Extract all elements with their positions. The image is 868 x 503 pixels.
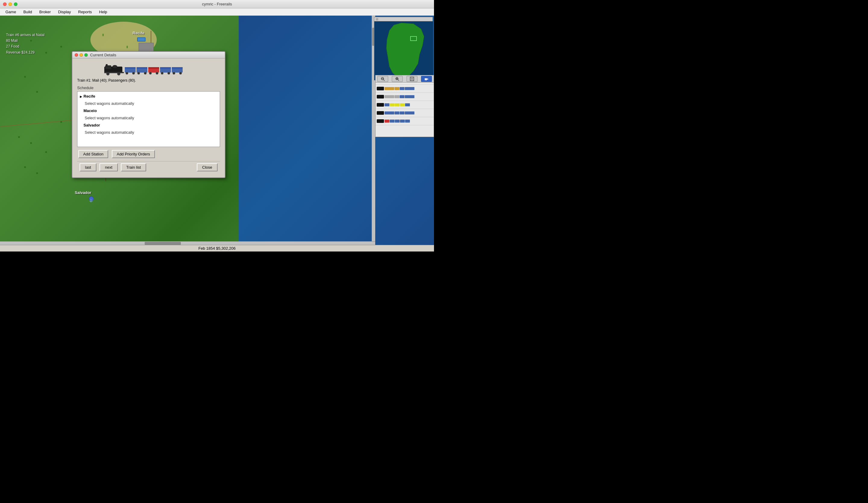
svg-rect-28 — [136, 67, 147, 69]
dialog-title: Current Details — [90, 53, 116, 57]
svg-point-34 — [156, 72, 158, 74]
minimap-toolbar — [375, 75, 434, 83]
svg-rect-21 — [106, 64, 107, 66]
schedule-salvador-sub: Select wagons automatically — [79, 129, 218, 136]
svg-rect-12 — [425, 78, 427, 80]
train-graphic — [77, 64, 220, 76]
notification-line4: Revenue $24,129 — [6, 50, 45, 55]
schedule-recife: ▶ Recife — [79, 93, 218, 100]
minimap — [374, 17, 433, 81]
train-list-item[interactable] — [375, 85, 434, 93]
svg-point-15 — [426, 80, 427, 80]
minimize-button[interactable] — [8, 2, 12, 6]
schedule-label: Schedule — [77, 85, 220, 90]
next-button[interactable]: next — [100, 163, 118, 171]
minimap-continent-svg — [374, 21, 433, 80]
notification-line1: Train #6 arrives at Natal — [6, 32, 45, 38]
scrollbar-thumb[interactable] — [145, 242, 181, 245]
trainlist-panel — [375, 76, 434, 137]
svg-marker-0 — [386, 23, 424, 78]
horizontal-scrollbar[interactable] — [0, 241, 375, 245]
svg-point-25 — [126, 72, 128, 74]
city-recife: Recife — [133, 31, 144, 35]
menu-display[interactable]: Display — [55, 9, 74, 15]
svg-point-14 — [425, 80, 426, 80]
schedule-station-salvador: Salvador — [83, 122, 100, 129]
schedule-recife-sub: Select wagons automatically — [79, 100, 218, 107]
train-list-item[interactable] — [375, 93, 434, 101]
svg-point-42 — [179, 72, 182, 74]
dialog-action-buttons: Add Station Add Priority Orders — [77, 150, 220, 158]
train-info-text: Train #1: Mail (40); Passengers (80). — [77, 78, 220, 83]
menu-reports[interactable]: Reports — [75, 9, 95, 15]
schedule-arrow-icon: ▶ — [80, 94, 82, 99]
statusbar: Feb 1854 $5,302,206 — [0, 245, 434, 251]
center-button[interactable] — [406, 76, 417, 82]
menu-build[interactable]: Build — [20, 9, 35, 15]
schedule-list[interactable]: ▶ Recife Select wagons automatically ▶ M… — [77, 91, 220, 147]
titlebar: cymric - Freerails — [0, 0, 434, 8]
notification-line2: 80 Mail — [6, 38, 45, 44]
last-button[interactable]: last — [80, 163, 96, 171]
zoom-in-button[interactable] — [392, 76, 403, 82]
dialog-minimize-button[interactable] — [80, 53, 83, 56]
city-salvador: Salvador — [75, 190, 91, 195]
svg-point-33 — [149, 72, 152, 74]
trainlist-scroll[interactable] — [375, 76, 434, 137]
train-details-dialog[interactable]: Current Details — [72, 51, 225, 178]
dialog-body: Train #1: Mail (40); Passengers (80). Sc… — [72, 59, 225, 177]
svg-rect-24 — [125, 67, 136, 69]
dialog-nav-buttons: last next Train list Close — [77, 161, 220, 173]
menu-help[interactable]: Help — [96, 9, 110, 15]
train-image — [104, 64, 193, 76]
close-dialog-button[interactable]: Close — [197, 163, 218, 171]
dialog-window-controls — [75, 53, 88, 56]
menubar: Game Build Broker Display Reports Help — [0, 8, 434, 15]
schedule-section: Schedule ▶ Recife Select wagons automati… — [77, 85, 220, 158]
train-list-item[interactable] — [375, 117, 434, 125]
train-view-button[interactable] — [421, 76, 432, 82]
schedule-salvador: ▶ Salvador — [79, 122, 218, 129]
svg-rect-32 — [148, 67, 159, 69]
notification-panel: Train #6 arrives at Natal 80 Mail 27 Foo… — [6, 32, 45, 55]
schedule-maceio-sub: Select wagons automatically — [79, 114, 218, 122]
minimap-header — [374, 17, 433, 21]
schedule-maceio: ▶ Maceio — [79, 107, 218, 114]
game-area: Recife Salvador ⚓ Train #6 arrives at Na… — [0, 15, 434, 245]
svg-point-30 — [144, 72, 146, 74]
svg-rect-20 — [104, 72, 124, 73]
svg-point-26 — [132, 72, 135, 74]
train-list-item[interactable] — [375, 109, 434, 117]
notification-line3: 27 Food — [6, 44, 45, 49]
statusbar-text: Feb 1854 $5,302,206 — [198, 246, 236, 251]
add-station-button[interactable]: Add Station — [79, 150, 108, 158]
svg-point-22 — [112, 65, 117, 68]
menu-game[interactable]: Game — [2, 9, 19, 15]
maximize-button[interactable] — [14, 2, 18, 6]
dialog-maximize-button[interactable] — [84, 53, 88, 56]
svg-point-29 — [137, 72, 140, 74]
svg-rect-36 — [160, 67, 171, 69]
dialog-close-button[interactable] — [75, 53, 78, 56]
schedule-station-recife: Recife — [83, 93, 95, 100]
train-list-item[interactable] — [375, 101, 434, 109]
dialog-titlebar: Current Details — [72, 52, 225, 59]
add-priority-orders-button[interactable]: Add Priority Orders — [112, 150, 155, 158]
close-button[interactable] — [3, 2, 7, 6]
schedule-station-maceio: Maceio — [83, 107, 97, 114]
svg-rect-40 — [172, 67, 183, 69]
svg-point-37 — [161, 72, 163, 74]
window-title: cymric - Freerails — [202, 2, 232, 6]
svg-line-8 — [398, 80, 399, 81]
window-controls — [3, 2, 18, 6]
svg-rect-13 — [427, 78, 428, 80]
zoom-out-button[interactable] — [378, 76, 388, 82]
minimap-map[interactable] — [374, 21, 433, 80]
svg-line-4 — [383, 80, 384, 81]
menu-broker[interactable]: Broker — [36, 9, 54, 15]
svg-point-41 — [173, 72, 175, 74]
train-list-button[interactable]: Train list — [121, 163, 146, 171]
svg-point-38 — [167, 72, 170, 74]
